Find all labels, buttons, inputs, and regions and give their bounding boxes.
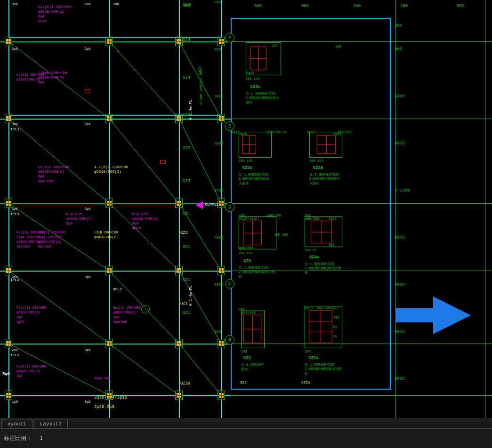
right-dim-9: 6000 <box>395 376 405 381</box>
right-dim-6: 6000 <box>395 235 405 240</box>
ipl1-2: 1PL1 <box>10 212 19 216</box>
marker-3: 2φ4 <box>132 221 138 225</box>
rebar-top-3: 2φ6 <box>85 2 91 6</box>
panel-label-E: E <box>225 121 234 131</box>
gz24-2: G24 <box>183 75 190 80</box>
rebar-top-1: 3φ6 <box>12 2 18 6</box>
beam-label-4: GL#2 <box>38 19 47 23</box>
beam-label-1: KL1(6)1 250×500 <box>38 5 72 9</box>
ll-ann-1: KL1(1) 250×600 <box>16 231 44 234</box>
gz22: GZ2 <box>183 146 190 151</box>
right-dim-4: 6000 <box>395 141 405 146</box>
col-ann-1: PL1(7)1 250×600 <box>16 306 46 310</box>
panel-label-B: B <box>225 335 234 344</box>
ipl1-1: 1PL1 <box>10 127 19 131</box>
svg-line-14 <box>179 344 221 395</box>
tab-layout1[interactable]: ayout1 <box>1 419 32 428</box>
right-dim-5: 4 1300 <box>395 188 410 193</box>
right-dim-2: 900 <box>395 47 402 52</box>
gz2-section: φ60/200 200 GZ2 注:1.钢筋保护层20。 <box>241 311 265 348</box>
panel-label-C: C <box>225 279 234 288</box>
right-dim-8: 6000 <box>395 329 405 334</box>
gz2a-section: 6φ12 150 95 55 6φ12 φ60/200 200 GZ2a 注:1… <box>305 306 342 348</box>
dim-3: 5400 <box>214 94 223 98</box>
b-dim: 400 <box>239 308 245 312</box>
top-dim-3: 300 <box>301 4 309 8</box>
svg-line-2 <box>8 119 109 203</box>
pl-ann-3: 2φ4 <box>113 315 119 319</box>
e-rebar-mid: φ60/200 ≥≥ <box>267 130 287 134</box>
dim-2: 900 <box>214 47 221 51</box>
beam-label-13: L2φ9 200×100 <box>38 235 61 239</box>
cad-canvas: KL1(6)1 250×500 φ6@10/200(2) 2φ4 GL#2 1.… <box>0 0 492 428</box>
svg-line-3 <box>109 119 179 203</box>
small-indicator-2 <box>85 89 90 93</box>
gz23: GZ3 <box>183 113 190 118</box>
scale-label: 标注比例： <box>4 434 32 442</box>
col-label-bottom1: 2φ20·2φ4/3φ18 <box>94 395 127 400</box>
pl-ann-4: 2φ4/2φ6 <box>113 320 127 324</box>
col-label-bottom2: 2φ20·2φ8 <box>94 405 114 409</box>
detail-panel: F E D C B 2φ7 6φ12 200 150 GZ3c <box>231 18 391 390</box>
gz4a-section: 6φ12 3φ8 φ60/200 200 50 GZ4a 注:1.钢筋保护层20… <box>305 216 342 247</box>
d-dim-right2: 150 300 <box>274 233 288 237</box>
d-dim-left: 400 <box>239 214 245 217</box>
rebar-m-4: 2φ6 <box>85 122 91 126</box>
height-label-2: H=2.4m↑PL <box>188 286 193 306</box>
e-rebar-left: 4φ12 <box>232 130 240 134</box>
yellow-label-1: 1.1(6)1 250×500 <box>94 165 128 169</box>
col-ann-4: 4φ#2 <box>16 320 24 324</box>
ll-ann-2: L2φ9 200×160 <box>16 235 40 239</box>
kl-ann-2: φ6@10/200(2) <box>16 78 40 81</box>
right-dim-1: 300 <box>395 24 402 28</box>
d-dim-right1: 600 <box>305 214 311 217</box>
gz21-3: GZ1 <box>183 311 190 315</box>
bot-ann-4: 2φ20·2φ8 <box>94 376 110 380</box>
right-dim-7: 6000 <box>395 282 405 287</box>
beam-label-3: 2φ4 <box>38 14 44 18</box>
beam-label-15: 2φ4/2φ6 <box>38 245 51 248</box>
tab-layout2[interactable]: Layout2 <box>34 419 68 428</box>
d-dim-mid: φ60/200 <box>267 214 281 217</box>
gz21: GZ1 <box>183 212 190 216</box>
rebar-m-2: 2φ6 <box>85 47 91 51</box>
rebar-bb-1: 2φ8 <box>12 348 18 352</box>
dim-6: 4800 <box>214 235 223 240</box>
beam-label-9: φ6@10/200(2) <box>38 169 65 174</box>
rebar-b-2: 3φ6 <box>85 207 91 211</box>
circle-marker <box>141 305 150 313</box>
gz21-1: GZ1 <box>183 245 190 249</box>
gz3b-section: 6φ12 200 154 GZ3b 注:1.钢筋保护层20。 2.钢筋级别钢筋级… <box>309 132 342 158</box>
f-rebar-right: 2φ8 <box>335 45 341 48</box>
blue-arrow <box>395 296 471 334</box>
dim-8: 600 <box>214 329 221 334</box>
rebar-m-3: 3φ6 <box>12 122 18 126</box>
status-bar: 标注比例： 1 <box>0 428 492 448</box>
phi0-label: 5φ0 <box>2 372 10 376</box>
gz22-1: GZ2 <box>183 179 190 184</box>
e-rebar-far: φ60/200 <box>338 130 351 134</box>
tab-bar: ayout1 Layout2 <box>0 418 492 428</box>
gz3c-section: 2φ7 6φ12 200 150 GZ3c 注:1.钢筋保护层20。 2.钢筋级… <box>246 42 281 75</box>
beam-label-8: L1(9)1 250×500 <box>38 165 69 169</box>
col-label-gz1: GZ1 <box>180 301 188 306</box>
gz21-2: GZ1 <box>183 278 190 282</box>
ipl1-4: 1PL1 <box>10 353 19 357</box>
dim-5: 1400 <box>214 188 223 192</box>
col-label-gz2: GZ2 <box>180 231 188 235</box>
pl-ann-1: KL1(4) 250×600 <box>113 306 141 310</box>
small-indicator-1 <box>160 160 166 164</box>
dim-7: 6000 <box>214 282 223 287</box>
top-dim-5: 300 <box>400 4 408 8</box>
marker-1: N·W·3·M <box>132 212 148 216</box>
marker-2: φ6@10/200(2) <box>132 216 159 221</box>
top-dim-6: 300 <box>457 4 464 8</box>
kl-ann-1: KL(N1) 250×400 <box>16 73 44 77</box>
scale-value: 1 <box>40 435 43 442</box>
rebar-b-3: 2φ8 <box>12 275 18 279</box>
gz3-section: 8φ12+4φ12 φ60/200 200 150 GZ3 注:1.钢筋保护层2… <box>239 216 276 249</box>
extra-ann-2: φ6@10/200(2) <box>66 216 93 221</box>
bottom-gz2: GZ2 <box>240 380 247 384</box>
rebar-b-4: 3φ6 <box>85 275 91 279</box>
rebar-m-1: 3φ6 <box>12 47 18 51</box>
